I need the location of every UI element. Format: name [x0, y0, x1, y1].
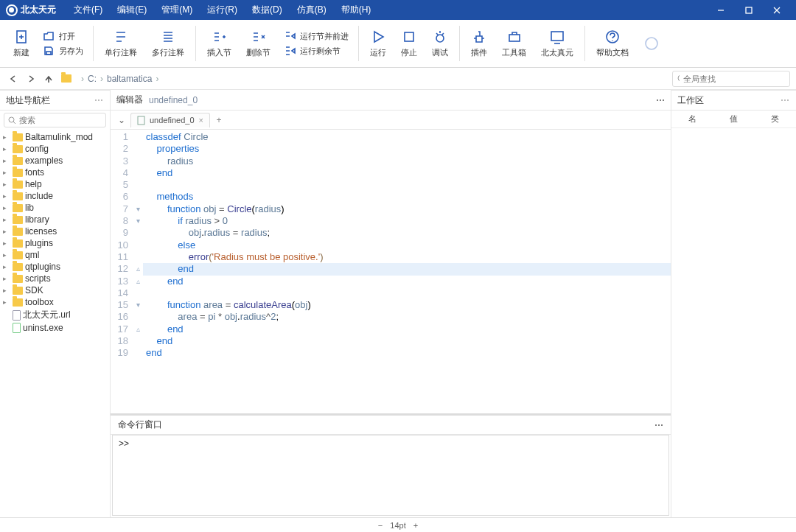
tree-item[interactable]: ▸qtplugins	[0, 261, 110, 273]
code-line[interactable]: else	[143, 239, 671, 251]
editor-menu-button[interactable]: ⋯	[656, 95, 665, 105]
sidebar-menu-button[interactable]: ⋯	[94, 95, 104, 105]
menu-run[interactable]: 运行(R)	[200, 4, 245, 16]
nav-forward-button[interactable]	[24, 71, 38, 86]
tree-item[interactable]: ▸Baltamulink_mod	[0, 131, 110, 143]
svg-point-14	[678, 75, 680, 81]
menu-manage[interactable]: 管理(M)	[154, 4, 200, 16]
global-search[interactable]	[672, 71, 790, 87]
fold-toggle[interactable]: ▵	[133, 263, 143, 275]
minimize-button[interactable]	[708, 0, 734, 20]
code-line[interactable]	[143, 287, 671, 299]
run-section-forward-button[interactable]: 运行节并前进	[278, 29, 355, 43]
breadcrumb-folder[interactable]: baltamatica	[107, 74, 152, 84]
code-line[interactable]: end	[143, 167, 671, 179]
tree-item[interactable]: ▸plugins	[0, 237, 110, 249]
nav-up-button[interactable]	[41, 71, 56, 86]
fold-toggle[interactable]: ▾	[133, 203, 143, 215]
tree-item[interactable]: ▸SDK	[0, 284, 110, 296]
fold-toggle[interactable]: ▾	[133, 215, 143, 227]
code-line[interactable]	[143, 179, 671, 191]
chevron-icon: ▸	[3, 251, 10, 259]
workspace-menu-button[interactable]: ⋯	[781, 95, 790, 105]
breadcrumb-drive[interactable]: C:	[88, 74, 97, 84]
global-search-input[interactable]	[683, 74, 785, 83]
tree-item[interactable]: uninst.exe	[0, 322, 110, 334]
code-line[interactable]: end	[143, 347, 671, 359]
sidebar-search[interactable]	[4, 113, 106, 127]
code-editor[interactable]: 12345678910111213141516171819 ▾▾▵▵▾▵ cla…	[111, 130, 671, 413]
about-button[interactable]	[636, 33, 667, 54]
tree-item[interactable]: 北太天元.url	[0, 308, 110, 322]
toolbox-button[interactable]: 工具箱	[495, 27, 534, 60]
run-button[interactable]: 运行	[363, 27, 394, 60]
folder-icon-button[interactable]	[59, 71, 74, 86]
code-line[interactable]: error('Radius must be positive.')	[143, 251, 671, 263]
tab-close-button[interactable]: ×	[199, 116, 203, 125]
new-button[interactable]: 新建	[6, 27, 37, 60]
code-line[interactable]: if radius > 0	[143, 215, 671, 227]
code-line[interactable]: classdef Circle	[143, 131, 671, 143]
sidebar-search-input[interactable]	[19, 116, 102, 125]
code-line[interactable]: methods	[143, 191, 671, 203]
breadcrumb[interactable]: › C: › baltamatica ›	[81, 74, 158, 84]
code-line[interactable]: area = pi * obj.radius^2;	[143, 311, 671, 323]
ws-col-value[interactable]: 值	[713, 111, 754, 127]
menu-sim[interactable]: 仿真(B)	[290, 4, 334, 16]
fold-toggle[interactable]: ▵	[133, 276, 143, 287]
stop-button[interactable]: 停止	[394, 27, 425, 60]
tree-item[interactable]: ▸scripts	[0, 273, 110, 284]
fold-toggle[interactable]: ▾	[133, 299, 143, 311]
tree-item[interactable]: ▸qml	[0, 249, 110, 261]
single-comment-button[interactable]: 单行注释	[97, 27, 144, 60]
ws-col-name[interactable]: 名	[671, 111, 713, 127]
code-line[interactable]: end	[143, 323, 671, 335]
code-line[interactable]: end	[143, 276, 671, 287]
open-button[interactable]: 打开	[37, 29, 89, 43]
nav-back-button[interactable]	[6, 71, 21, 86]
tree-item[interactable]: ▸library	[0, 214, 110, 225]
tree-item[interactable]: ▸lib	[0, 202, 110, 214]
tree-item[interactable]: ▸toolbox	[0, 296, 110, 308]
run-remaining-sections-button[interactable]: 运行剩余节	[278, 43, 355, 58]
plugins-button[interactable]: 插件	[464, 27, 495, 60]
close-button[interactable]	[764, 0, 790, 20]
tree-item[interactable]: ▸fonts	[0, 167, 110, 178]
code-line[interactable]: radius	[143, 155, 671, 167]
code-line[interactable]: function area = calculateArea(obj)	[143, 299, 671, 311]
console-menu-button[interactable]: ⋯	[654, 420, 663, 430]
ws-col-type[interactable]: 类	[755, 111, 796, 127]
fold-toggle	[133, 251, 143, 263]
tree-item[interactable]: ▸licenses	[0, 225, 110, 237]
menu-edit[interactable]: 编辑(E)	[110, 4, 154, 16]
delete-section-button[interactable]: 删除节	[239, 27, 278, 60]
zoom-in-button[interactable]: +	[413, 521, 418, 530]
console-body[interactable]: >>	[112, 435, 669, 516]
code-body[interactable]: classdef Circle properties radius end me…	[143, 130, 671, 413]
code-line[interactable]: function obj = Circle(radius)	[143, 203, 671, 215]
code-line[interactable]: end	[143, 335, 671, 347]
saveas-button[interactable]: 另存为	[37, 43, 89, 58]
zoom-out-button[interactable]: −	[378, 521, 383, 530]
menu-data[interactable]: 数据(D)	[245, 4, 290, 16]
tree-item[interactable]: ▸include	[0, 190, 110, 202]
menu-file[interactable]: 文件(F)	[66, 4, 110, 16]
collapse-tabs-button[interactable]: ⌄	[115, 115, 128, 125]
tree-item[interactable]: ▸config	[0, 143, 110, 155]
fold-toggle[interactable]: ▵	[133, 323, 143, 335]
code-line[interactable]: obj.radius = radius;	[143, 227, 671, 239]
menu-help[interactable]: 帮助(H)	[334, 4, 379, 16]
tree-item-label: config	[25, 144, 49, 154]
insert-section-button[interactable]: 插入节	[200, 27, 239, 60]
maximize-button[interactable]	[736, 0, 762, 20]
new-tab-button[interactable]: +	[212, 113, 226, 127]
btzy-button[interactable]: 北太真元	[534, 27, 581, 60]
help-docs-button[interactable]: 帮助文档	[589, 27, 636, 60]
editor-tab[interactable]: undefined_0 ×	[130, 113, 210, 127]
tree-item[interactable]: ▸help	[0, 178, 110, 190]
code-line[interactable]: properties	[143, 143, 671, 155]
debug-button[interactable]: 调试	[425, 27, 455, 60]
multi-comment-button[interactable]: 多行注释	[144, 27, 192, 60]
code-line[interactable]: end	[143, 263, 671, 275]
tree-item[interactable]: ▸examples	[0, 155, 110, 167]
